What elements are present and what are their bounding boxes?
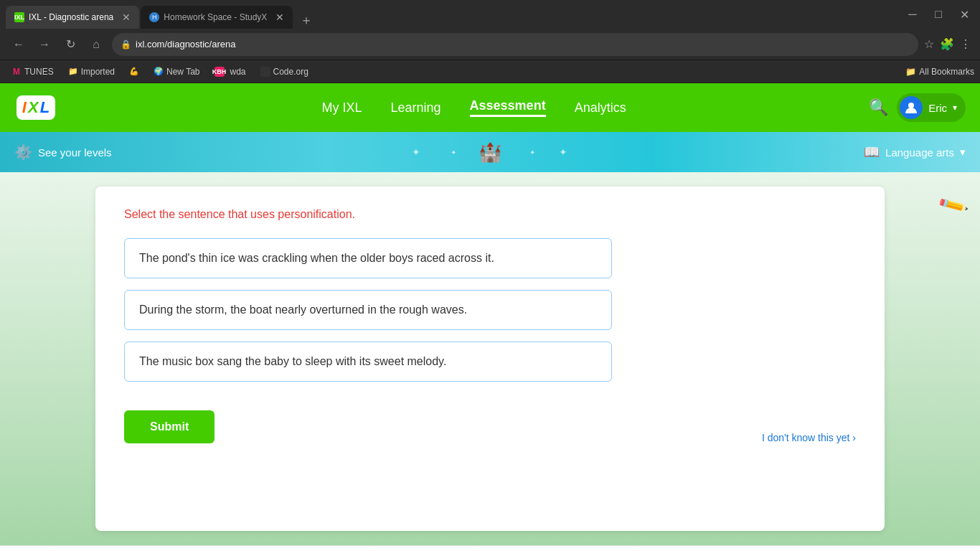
reload-button[interactable]: ↻: [60, 34, 80, 55]
levels-icon: ⚙️: [14, 143, 32, 161]
bookmark-imported-label: Imported: [81, 67, 115, 77]
tab-list: IXL IXL - Diagnostic arena ✕ H Homework …: [6, 0, 900, 29]
submit-button[interactable]: Submit: [124, 410, 215, 443]
minimize-button[interactable]: ─: [903, 4, 923, 24]
answer-text-2: During the storm, the boat nearly overtu…: [139, 303, 467, 316]
menu-button[interactable]: ⋮: [960, 37, 971, 51]
star-decoration-2: ✦: [451, 149, 456, 156]
logo-letter-x: X: [28, 98, 39, 117]
bookmark-imported[interactable]: 📁 Imported: [62, 63, 121, 80]
nav-links: My IXL Learning Assessment Analytics: [79, 98, 869, 118]
tab-controls: ─ □ ✕: [903, 4, 974, 24]
svg-point-0: [908, 103, 914, 108]
all-bookmarks-label: All Bookmarks: [919, 67, 974, 77]
bookmark-tunes-icon: M: [11, 67, 22, 77]
answer-option-1[interactable]: The pond's thin ice was crackling when t…: [124, 238, 612, 278]
book-icon: 📖: [864, 144, 880, 160]
footer: Company ◆ Blog ◆ Help center ◆ User guid…: [0, 545, 980, 551]
nav-learning[interactable]: Learning: [391, 98, 441, 118]
pencil-icon: ✏️: [936, 189, 970, 222]
bookmark-muscle[interactable]: 💪: [123, 63, 145, 80]
logo-letter-l: L: [40, 98, 50, 117]
user-avatar: [900, 96, 923, 119]
tab-homework[interactable]: H Homework Space - StudyX ✕: [141, 6, 293, 29]
question-prompt: Select the sentence that uses personific…: [124, 208, 856, 221]
bookmark-tunes[interactable]: M TUNES: [6, 63, 60, 80]
dont-know-link[interactable]: I don't know this yet ›: [762, 432, 856, 443]
level-banner: ⚙️ See your levels ✦ ✦ 🏰 ✦ ✦ 📖 Language …: [0, 132, 980, 172]
bookmark-wda[interactable]: KBH wda: [209, 63, 252, 80]
bookmark-globe-icon: 🌍: [154, 67, 164, 77]
bookmarks-bar: M TUNES 📁 Imported 💪 🌍 New Tab KBH wda C…: [0, 60, 980, 83]
bookmark-star[interactable]: ☆: [924, 37, 934, 51]
tab-title-ixl: IXL - Diagnostic arena: [29, 12, 113, 22]
new-tab-button[interactable]: ＋: [300, 11, 313, 29]
castle-icon: 🏰: [479, 141, 501, 164]
logo-letter-i: I: [22, 98, 27, 117]
bookmark-codeorg-label: Code.org: [273, 67, 308, 77]
answer-text-3: The music box sang the baby to sleep wit…: [139, 355, 446, 368]
tab-close-hw[interactable]: ✕: [275, 11, 284, 23]
tab-title-hw: Homework Space - StudyX: [164, 12, 267, 22]
tab-close-ixl[interactable]: ✕: [122, 11, 131, 23]
bookmark-codeorg[interactable]: Code.org: [255, 63, 314, 80]
bookmark-newtab-label: New Tab: [166, 67, 199, 77]
subject-selector[interactable]: 📖 Language arts ▾: [864, 144, 966, 160]
search-icon[interactable]: 🔍: [869, 98, 888, 117]
address-actions: ☆ 🧩 ⋮: [924, 37, 971, 51]
bookmark-wda-label: wda: [230, 67, 246, 77]
nav-my-ixl[interactable]: My IXL: [321, 98, 362, 118]
see-levels-label: See your levels: [38, 146, 112, 159]
question-card: Select the sentence that uses personific…: [95, 187, 885, 531]
forward-button[interactable]: →: [34, 34, 55, 55]
maximize-button[interactable]: □: [928, 4, 948, 24]
bookmark-codeorg-icon: [260, 67, 270, 77]
star-decoration-1: ✦: [412, 146, 420, 158]
nav-active-indicator: [555, 125, 569, 132]
nav-analytics[interactable]: Analytics: [575, 98, 626, 118]
bookmark-tunes-label: TUNES: [24, 67, 54, 77]
nav-right: 🔍 Eric ▾: [869, 93, 966, 122]
bookmark-imported-icon: 📁: [68, 67, 78, 77]
tab-ixl[interactable]: IXL IXL - Diagnostic arena ✕: [6, 6, 139, 29]
main-content-area: ✏️ Select the sentence that uses personi…: [0, 172, 980, 545]
logo-box: I X L: [17, 95, 55, 120]
answer-text-1: The pond's thin ice was crackling when t…: [139, 252, 494, 265]
bookmark-muscle-icon: 💪: [129, 67, 139, 77]
subject-chevron: ▾: [960, 146, 966, 159]
star-decoration-3: ✦: [529, 149, 535, 156]
answer-option-3[interactable]: The music box sang the baby to sleep wit…: [124, 342, 612, 382]
tab-favicon-hw: H: [149, 12, 159, 22]
nav-assessment[interactable]: Assessment: [470, 98, 546, 117]
subject-label: Language arts: [885, 146, 954, 159]
home-button[interactable]: ⌂: [86, 34, 106, 55]
username-label: Eric: [928, 102, 947, 114]
all-bookmarks[interactable]: 📁 All Bookmarks: [905, 67, 974, 77]
bookmark-wda-icon: KBH: [215, 67, 225, 77]
browser-tabs: IXL IXL - Diagnostic arena ✕ H Homework …: [0, 0, 980, 29]
tab-favicon-ixl: IXL: [14, 12, 24, 22]
back-button[interactable]: ←: [9, 34, 29, 55]
answer-option-2[interactable]: During the storm, the boat nearly overtu…: [124, 290, 612, 330]
security-icon: 🔒: [121, 39, 131, 50]
user-menu-chevron: ▾: [953, 103, 957, 113]
ixl-navbar: I X L My IXL Learning Assessment Analyti…: [0, 83, 980, 132]
address-bar: ← → ↻ ⌂ 🔒 ixl.com/diagnostic/arena ☆ 🧩 ⋮: [0, 29, 980, 60]
star-decoration-4: ✦: [559, 146, 567, 158]
close-window-button[interactable]: ✕: [954, 4, 974, 24]
bookmark-newtab[interactable]: 🌍 New Tab: [148, 63, 205, 80]
extensions-button[interactable]: 🧩: [940, 37, 954, 51]
user-menu[interactable]: Eric ▾: [897, 93, 966, 122]
ixl-logo[interactable]: I X L: [14, 93, 57, 122]
see-levels-link[interactable]: ⚙️ See your levels: [14, 143, 112, 161]
address-url: ixl.com/diagnostic/arena: [136, 39, 910, 50]
bookmarks-folder-icon: 📁: [905, 67, 916, 77]
browser-chrome: IXL IXL - Diagnostic arena ✕ H Homework …: [0, 0, 980, 83]
address-box[interactable]: 🔒 ixl.com/diagnostic/arena: [112, 33, 918, 56]
